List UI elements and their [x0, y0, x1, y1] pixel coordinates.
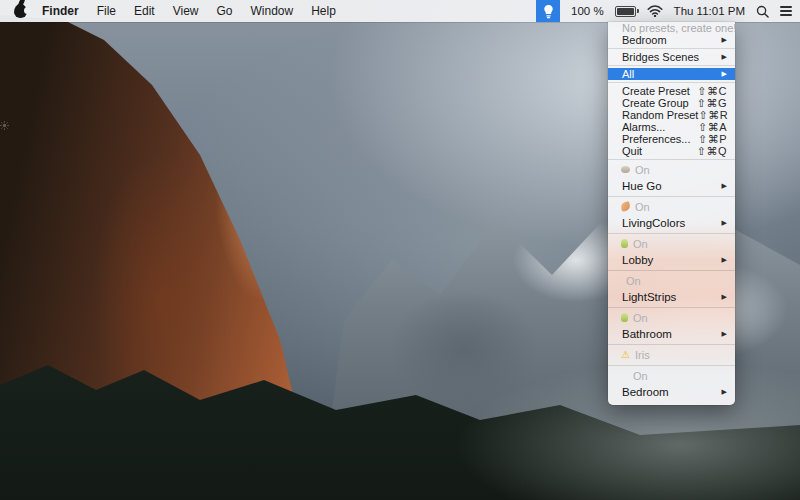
submenu-arrow-icon: ▶: [722, 330, 727, 338]
menu-view[interactable]: View: [164, 0, 208, 22]
menu-item-no-presets: No presets, create one!: [608, 22, 735, 34]
menu-item-preferences[interactable]: Preferences...⇧⌘P: [608, 133, 735, 145]
brightness-low-icon: [0, 121, 9, 130]
submenu-arrow-icon: ▶: [722, 51, 727, 63]
menu-separator: [608, 344, 735, 345]
submenu-arrow-icon: ▶: [722, 68, 727, 80]
menu-separator: [608, 270, 735, 271]
menu-separator: [608, 233, 735, 234]
wifi-icon[interactable]: [647, 5, 663, 17]
menu-item-light-lightstrips[interactable]: On LightStrips▶: [608, 273, 735, 305]
hue-go-lamp-icon: [621, 166, 630, 173]
menu-item-quit[interactable]: Quit⇧⌘Q: [608, 145, 735, 157]
menu-item-light-hue-go[interactable]: On Hue Go▶: [608, 162, 735, 194]
menu-item-random-preset[interactable]: Random Preset⇧⌘R: [608, 109, 735, 121]
submenu-arrow-icon: ▶: [722, 293, 727, 301]
menu-item-light-lobby[interactable]: On Lobby▶: [608, 236, 735, 268]
menu-item-preset-bedroom[interactable]: Bedroom ▶: [608, 34, 735, 46]
bulb-icon: [621, 313, 628, 322]
menu-go[interactable]: Go: [208, 0, 242, 22]
menu-item-light-livingcolors[interactable]: On LivingColors▶: [608, 199, 735, 231]
submenu-arrow-icon: ▶: [722, 256, 727, 264]
menubar-clock[interactable]: Thu 11:01 PM: [674, 5, 745, 17]
menu-separator: [608, 65, 735, 66]
livingcolors-lamp-icon: [620, 201, 631, 212]
spotlight-icon[interactable]: [756, 5, 769, 18]
battery-icon: [615, 6, 636, 17]
submenu-arrow-icon: ▶: [722, 182, 727, 190]
hue-dropdown-menu: No presets, create one! Bedroom ▶ Bridge…: [608, 22, 735, 405]
bulb-icon: [621, 239, 628, 248]
bulb-icon: [621, 371, 628, 380]
menu-item-all[interactable]: All ▶: [608, 68, 735, 80]
menu-item-light-bedroom[interactable]: On Bedroom▶: [608, 368, 735, 400]
menu-file[interactable]: File: [88, 0, 125, 22]
menu-item-alarms[interactable]: Alarms...⇧⌘A: [608, 121, 735, 133]
menu-separator: [608, 159, 735, 160]
desktop: Finder File Edit View Go Window Help 100…: [0, 0, 800, 500]
menu-separator: [608, 196, 735, 197]
menu-separator: [608, 82, 735, 83]
menu-separator: [608, 307, 735, 308]
hue-menubar-bulb-icon[interactable]: [536, 0, 560, 22]
submenu-arrow-icon: ▶: [722, 388, 727, 396]
menu-edit[interactable]: Edit: [125, 0, 164, 22]
menu-app-finder[interactable]: Finder: [33, 0, 88, 22]
warning-icon: ⚠: [621, 350, 630, 360]
battery-percent: 100 %: [571, 5, 604, 17]
menu-help[interactable]: Help: [302, 0, 345, 22]
menu-separator: [608, 365, 735, 366]
submenu-arrow-icon: ▶: [722, 219, 727, 227]
notification-center-icon[interactable]: [780, 6, 792, 16]
menu-window[interactable]: Window: [242, 0, 303, 22]
submenu-arrow-icon: ▶: [722, 34, 727, 46]
menu-item-light-bathroom[interactable]: On Bathroom▶: [608, 310, 735, 342]
lightbulb-icon: [543, 4, 554, 19]
menu-bar: Finder File Edit View Go Window Help 100…: [0, 0, 800, 22]
menu-item-bridges-scenes[interactable]: Bridges Scenes ▶: [608, 51, 735, 63]
menu-item-create-preset[interactable]: Create Preset⇧⌘C: [608, 85, 735, 97]
menu-separator: [608, 48, 735, 49]
apple-menu-icon[interactable]: [14, 4, 27, 18]
menu-item-create-group[interactable]: Create Group⇧⌘G: [608, 97, 735, 109]
menu-item-light-iris: ⚠ Iris: [608, 347, 735, 363]
